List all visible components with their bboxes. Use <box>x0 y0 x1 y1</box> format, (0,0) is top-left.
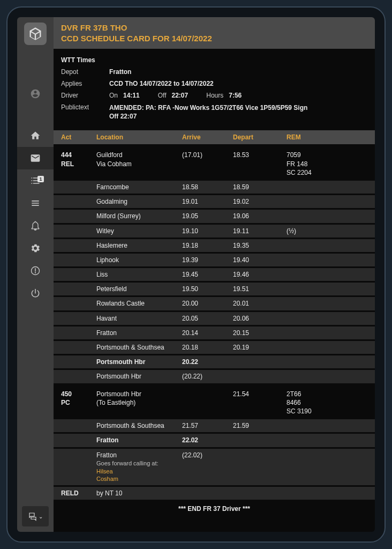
nav-messages[interactable] <box>17 147 54 169</box>
publictext-label: Publictext <box>61 103 109 121</box>
cell-depart: 19.46 <box>233 270 287 279</box>
nav-power[interactable] <box>17 282 54 305</box>
applies-value: CCD ThO 14/07/2022 to 14/07/2022 <box>109 80 367 87</box>
col-arr: Arrive <box>182 133 233 141</box>
cell-location: Milford (Surrey) <box>96 212 182 220</box>
cell-location: Liss <box>96 270 182 279</box>
home-icon <box>30 130 41 141</box>
col-dep: Depart <box>233 133 287 141</box>
wtt-label: WTT Times <box>61 56 367 64</box>
cell-location: Rowlands Castle <box>96 299 182 308</box>
cell-depart: 20.15 <box>233 329 287 337</box>
driver-times-row: Driver On 14:11 Off 22:07 Hours 7:56 <box>61 90 367 101</box>
header-line2: CCD SCHEDULE CARD FOR 14/07/2022 <box>61 33 367 44</box>
tablet-frame: 1 ⌄ DVR FR 37B THO CCD SCHEDULE CARD FOR… <box>6 6 386 543</box>
cell-arrive: 19.05 <box>182 212 233 220</box>
on-value: 14:11 <box>123 92 140 99</box>
mail-icon <box>30 153 41 164</box>
cell-location: Haslemere <box>96 241 182 250</box>
table-row: Havant20.0520.06 <box>54 310 375 325</box>
cell-rem: (½) <box>287 227 367 235</box>
cell-depart: 18.53 <box>233 151 287 159</box>
cell-depart: 19.02 <box>233 197 287 206</box>
off-value: 22:07 <box>172 92 189 99</box>
cell-location: Portsmouth & Southsea <box>96 343 182 352</box>
hours-label: Hours <box>206 92 223 99</box>
table-row: Farncombe18.5818.59 <box>54 179 375 194</box>
cell-depart: 18.59 <box>233 183 287 191</box>
cell-location: Portsmouth Hbr <box>96 358 182 366</box>
table-row: Rowlands Castle20.0020.01 <box>54 295 375 310</box>
power-icon <box>30 288 41 299</box>
on-label: On <box>109 92 118 99</box>
cell-depart: 21.54 <box>233 390 287 398</box>
col-loc: Location <box>96 133 182 141</box>
table-row: Portsmouth & Southsea21.5721.59 <box>54 418 375 432</box>
gear-icon <box>30 243 41 254</box>
cell-rem: 7059FR 148SC 2204 <box>287 151 367 177</box>
list-icon <box>30 198 41 209</box>
cell-arrive: 20.18 <box>182 343 233 352</box>
cell-arrive: 22.02 <box>182 436 233 444</box>
cell-location: Farncombe <box>96 183 182 191</box>
cell-location: Portsmouth Hbr <box>96 372 182 381</box>
publictext-value: AMENDED: PA: RFA -Now Works 1G57/2T66 Vi… <box>109 103 313 121</box>
table-row: Fratton22.02 <box>54 432 375 447</box>
table-row: Portsmouth Hbr20.22 <box>54 354 375 368</box>
table-row: 444RELGuildfordVia Cobham(17.01)18.53705… <box>54 144 375 179</box>
cell-arrive: 19.01 <box>182 197 233 206</box>
table-row: Petersfield19.5019.51 <box>54 281 375 295</box>
nav-tasks[interactable]: 1 <box>17 169 54 192</box>
cell-arrive: 20.05 <box>182 314 233 323</box>
cell-location: Portsmouth Hbr(To Eastleigh) <box>96 390 182 407</box>
cell-act: RELD <box>61 489 96 498</box>
nav-info[interactable] <box>17 259 54 282</box>
schedule-table-body: 444RELGuildfordVia Cobham(17.01)18.53705… <box>54 144 375 500</box>
end-line: *** END FR 37 Driver *** <box>54 500 375 518</box>
cell-location: Liphook <box>96 256 182 264</box>
cell-arrive: (20.22) <box>182 372 233 381</box>
driver-label: Driver <box>61 92 109 99</box>
depot-value: Fratton <box>109 68 367 76</box>
app-logo[interactable] <box>24 23 47 45</box>
cell-location: Witley <box>96 227 182 235</box>
table-row: Haslemere19.1819.35 <box>54 238 375 252</box>
table-row: Portsmouth Hbr(20.22) <box>54 368 375 383</box>
cell-location: FrattonGoes forward calling at:HilseaCos… <box>96 451 182 484</box>
schedule-table-head: Act Location Arrive Depart REM <box>54 130 375 144</box>
cell-location: by NT 10 <box>96 489 182 498</box>
table-row: Liss19.4519.46 <box>54 266 375 281</box>
table-row: Godalming19.0119.02 <box>54 194 375 208</box>
cell-arrive: 18.58 <box>182 183 233 191</box>
alert-circle-icon <box>30 265 41 276</box>
nav-notifications[interactable] <box>17 214 54 237</box>
cell-arrive: 19.10 <box>182 227 233 235</box>
nav-home[interactable] <box>17 124 54 147</box>
nav-list[interactable] <box>17 192 54 214</box>
cell-location: Fratton <box>96 436 182 444</box>
nav-settings[interactable] <box>17 237 54 259</box>
cell-arrive: 20.22 <box>182 358 233 366</box>
bell-icon <box>30 220 41 231</box>
chat-button[interactable]: ⌄ <box>22 506 49 526</box>
meta-block: WTT Times Depot Fratton Applies CCD ThO … <box>54 49 375 130</box>
off-label: Off <box>158 92 167 99</box>
cell-depart: 19.06 <box>233 212 287 220</box>
chevron-down-icon: ⌄ <box>39 514 43 520</box>
table-row: Fratton20.1420.15 <box>54 325 375 339</box>
tasks-badge: 1 <box>37 176 44 182</box>
cell-location: Portsmouth & Southsea <box>96 421 182 430</box>
col-rem: REM <box>287 133 367 141</box>
cell-location: Havant <box>96 314 182 323</box>
cell-arrive: 19.45 <box>182 270 233 279</box>
cell-rem: 2T668466SC 3190 <box>287 390 367 416</box>
cell-depart: 19.35 <box>233 241 287 250</box>
cell-depart: 21.59 <box>233 421 287 430</box>
table-row: Liphook19.3919.40 <box>54 252 375 266</box>
cell-depart: 19.51 <box>233 285 287 293</box>
user-circle-icon <box>30 88 41 99</box>
cell-arrive: 19.39 <box>182 256 233 264</box>
nav-profile[interactable] <box>17 83 54 105</box>
cell-arrive: (22.02) <box>182 451 233 459</box>
cell-arrive: 19.50 <box>182 285 233 293</box>
